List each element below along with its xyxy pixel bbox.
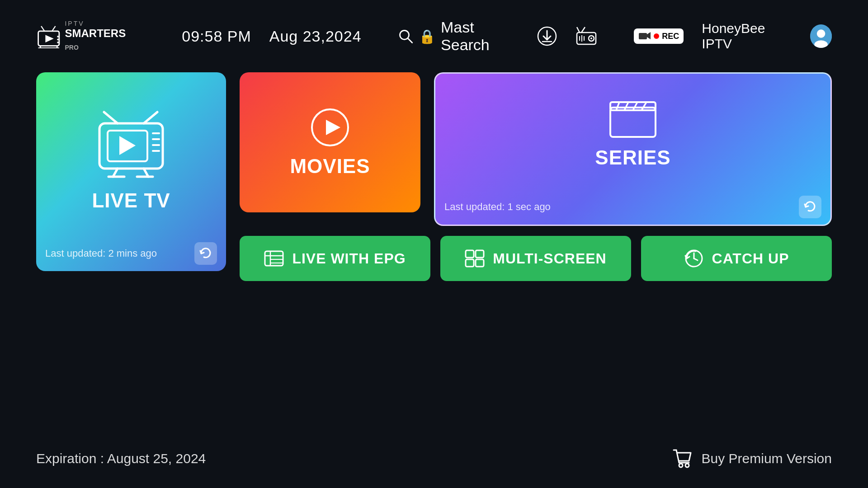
svg-line-16 [577,27,580,33]
multi-screen-button[interactable]: MULTI-SCREEN [440,236,631,281]
svg-marker-24 [647,32,651,39]
svg-point-63 [685,464,689,467]
series-title: SERIES [595,146,670,169]
radio-button[interactable] [575,26,598,46]
catch-up-label: CATCH UP [712,250,789,267]
download-button[interactable] [537,26,557,46]
svg-line-61 [694,258,698,260]
svg-line-11 [407,38,412,43]
multiscreen-icon [465,249,485,267]
series-icon [608,94,658,139]
svg-line-29 [144,112,157,123]
series-footer: Last updated: 1 sec ago [435,189,830,225]
download-icon [537,26,557,46]
svg-rect-23 [639,33,647,39]
multi-screen-label: MULTI-SCREEN [493,250,606,267]
live-tv-refresh-button[interactable] [194,242,217,265]
expiry-text: Expiration : August 25, 2024 [36,451,206,466]
live-tv-title: LIVE TV [92,189,170,212]
rec-label: REC [662,32,679,41]
logo-area: IPTV SMARTERS PRO [36,20,137,52]
svg-marker-32 [119,136,136,155]
svg-line-48 [633,102,637,110]
movies-card[interactable]: MOVIES [240,72,420,212]
svg-rect-44 [610,108,656,137]
series-refresh-icon [804,201,816,213]
movies-title: MOVIES [290,155,370,178]
svg-line-4 [41,26,44,31]
svg-line-49 [642,102,646,110]
cart-icon [671,447,693,470]
svg-rect-57 [466,259,474,267]
search-icon [398,28,414,45]
svg-rect-56 [476,250,484,258]
header: IPTV SMARTERS PRO 09:58 PM Aug 23,2024 🔒… [0,0,868,72]
action-buttons-row: LIVE WITH EPG MULTI-SCREEN [240,236,832,281]
svg-rect-55 [466,250,474,258]
svg-point-62 [679,464,683,467]
live-tv-card[interactable]: LIVE TV Last updated: 2 mins ago [36,72,226,271]
search-button[interactable]: 🔒 Mast Search [398,19,519,54]
top-cards-row: MOVIES SE [240,72,832,226]
premium-text: Buy Premium Version [702,451,832,466]
svg-rect-50 [265,251,283,266]
logo-icon [36,24,61,49]
catch-up-button[interactable]: CATCH UP [641,236,832,281]
live-tv-footer: Last updated: 2 mins ago [36,236,226,271]
svg-line-5 [52,26,55,31]
live-epg-label: LIVE WITH EPG [292,250,406,267]
svg-point-22 [590,38,592,39]
svg-line-46 [616,102,619,110]
svg-point-26 [817,29,826,38]
main-content: LIVE TV Last updated: 2 mins ago MOV [0,72,868,281]
svg-line-47 [624,102,628,110]
svg-line-37 [113,169,118,177]
account-name: HoneyBee IPTV [702,21,792,52]
live-tv-card-inner: LIVE TV [90,72,172,236]
svg-point-7 [57,36,59,38]
series-update: Last updated: 1 sec ago [444,201,551,213]
date-display: Aug 23,2024 [269,28,362,45]
epg-icon [264,249,284,267]
refresh-icon [199,247,212,260]
time-display: 09:58 PM [182,28,251,45]
series-card[interactable]: SERIES Last updated: 1 sec ago [434,72,832,226]
rec-dot [654,33,659,39]
svg-marker-6 [45,35,53,42]
datetime: 09:58 PM Aug 23,2024 [182,28,361,45]
svg-point-9 [57,42,59,43]
svg-line-38 [144,169,148,177]
movies-icon [310,107,350,148]
svg-line-28 [104,112,118,123]
svg-point-8 [57,38,59,40]
right-column: MOVIES SE [240,72,832,281]
svg-line-17 [581,27,585,33]
camera-icon [638,31,651,41]
svg-marker-43 [326,120,340,135]
radio-icon [575,26,598,46]
catchup-icon [684,249,704,268]
live-tv-update: Last updated: 2 mins ago [45,248,157,259]
series-card-inner: SERIES [435,74,830,189]
premium-button[interactable]: Buy Premium Version [671,447,832,470]
footer: Expiration : August 25, 2024 Buy Premium… [36,447,832,470]
live-epg-button[interactable]: LIVE WITH EPG [240,236,430,281]
rec-button[interactable]: REC [634,28,684,44]
avatar[interactable] [810,24,832,48]
search-label: Mast Search [441,19,519,54]
svg-rect-58 [476,259,484,267]
series-refresh-button[interactable] [799,196,821,218]
user-avatar-icon [810,24,832,48]
live-tv-icon [90,110,172,182]
